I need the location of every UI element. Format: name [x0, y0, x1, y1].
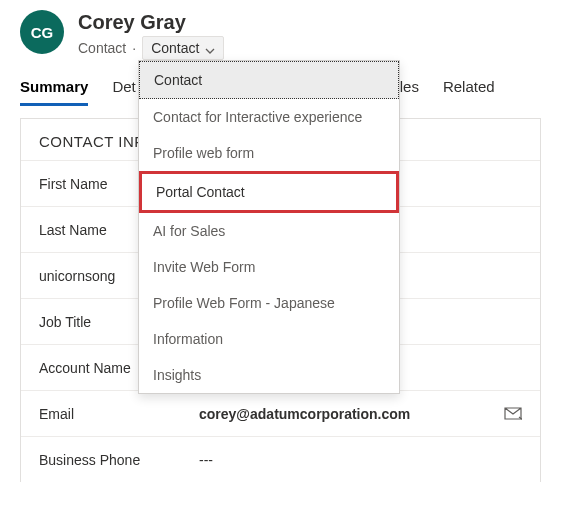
- dropdown-item-contact-interactive[interactable]: Contact for Interactive experience: [139, 99, 399, 135]
- dropdown-item-insights[interactable]: Insights: [139, 357, 399, 393]
- dropdown-item-invite-web-form[interactable]: Invite Web Form: [139, 249, 399, 285]
- separator-dot: [132, 40, 136, 56]
- subtitle-row: Contact Contact: [78, 36, 541, 60]
- dropdown-item-portal-contact[interactable]: Portal Contact: [139, 171, 399, 213]
- email-text: corey@adatumcorporation.com: [199, 406, 410, 422]
- form-selector-label: Contact: [151, 40, 199, 56]
- dropdown-item-profile-web-form[interactable]: Profile web form: [139, 135, 399, 171]
- page-title: Corey Gray: [78, 10, 541, 34]
- tab-details[interactable]: Det: [112, 78, 135, 106]
- dropdown-item-information[interactable]: Information: [139, 321, 399, 357]
- chevron-down-icon: [205, 43, 215, 53]
- field-email[interactable]: Email corey@adatumcorporation.com: [21, 390, 540, 436]
- field-label: Business Phone: [39, 452, 199, 468]
- dropdown-item-ai-for-sales[interactable]: AI for Sales: [139, 213, 399, 249]
- avatar: CG: [20, 10, 64, 54]
- mail-icon[interactable]: [504, 407, 522, 421]
- field-business-phone[interactable]: Business Phone ---: [21, 436, 540, 482]
- tab-summary[interactable]: Summary: [20, 78, 88, 106]
- dropdown-item-profile-japanese[interactable]: Profile Web Form - Japanese: [139, 285, 399, 321]
- field-label: Email: [39, 406, 199, 422]
- tab-files[interactable]: les: [400, 78, 419, 106]
- form-selector-button[interactable]: Contact: [142, 36, 224, 60]
- entity-label: Contact: [78, 40, 126, 56]
- field-value: corey@adatumcorporation.com: [199, 406, 522, 422]
- field-value: ---: [199, 452, 522, 468]
- record-header: CG Corey Gray Contact Contact: [0, 0, 561, 60]
- form-selector-dropdown: Contact Contact for Interactive experien…: [138, 60, 400, 394]
- title-block: Corey Gray Contact Contact: [78, 10, 541, 60]
- tab-related[interactable]: Related: [443, 78, 495, 106]
- dropdown-item-contact[interactable]: Contact: [139, 61, 399, 99]
